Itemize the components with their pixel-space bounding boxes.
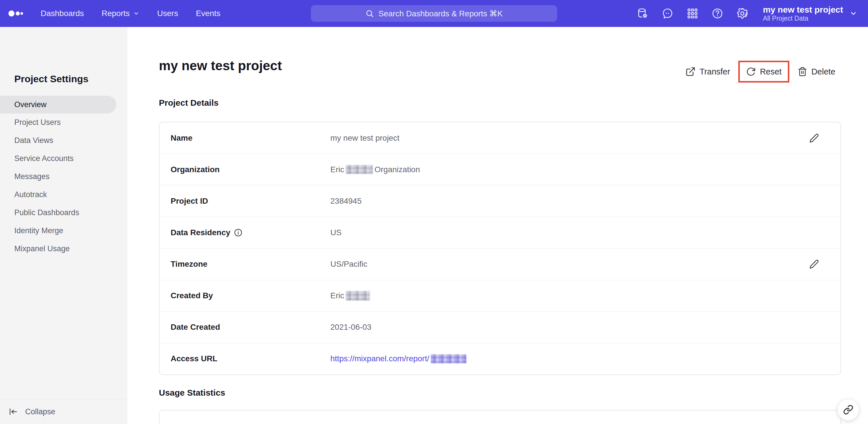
chevron-down-icon	[849, 9, 858, 18]
sidebar-item-project-users[interactable]: Project Users	[0, 113, 127, 132]
nav-item-label: Events	[196, 9, 220, 18]
redacted-text	[431, 355, 466, 363]
row-value: 2021-06-03	[330, 322, 371, 332]
share-link-fab-button[interactable]	[837, 399, 859, 421]
detail-row-timezone: Timezone US/Pacific	[159, 248, 840, 280]
search-icon	[365, 9, 374, 18]
annotation-red-box: Reset	[738, 61, 789, 83]
settings-gear-icon[interactable]	[736, 7, 749, 20]
sidebar-item-label: Data Views	[14, 136, 53, 145]
sidebar-item-service-accounts[interactable]: Service Accounts	[0, 149, 127, 168]
nav-item-users[interactable]: Users	[157, 9, 178, 18]
sidebar-item-identity-merge[interactable]: Identity Merge	[0, 222, 127, 240]
value-prefix: Eric	[330, 291, 344, 300]
nav-item-label: Dashboards	[41, 9, 84, 18]
sidebar-item-overview[interactable]: Overview	[0, 96, 116, 113]
detail-row-data-residency: Data Residency US	[159, 217, 840, 248]
usage-statistics-card	[159, 410, 841, 424]
detail-row-created-by: Created By Eric	[159, 280, 840, 311]
sidebar-item-label: Project Users	[14, 118, 61, 127]
detail-row-project-id: Project ID 2384945	[159, 185, 840, 217]
sidebar-item-label: Identity Merge	[14, 226, 63, 235]
row-label: Project ID	[170, 197, 330, 206]
sidebar-item-autotrack[interactable]: Autotrack	[0, 186, 127, 204]
edit-name-button[interactable]	[808, 132, 820, 144]
apps-grid-icon[interactable]	[686, 7, 699, 20]
nav-item-events[interactable]: Events	[196, 9, 220, 18]
detail-row-organization: Organization Eric Organization	[159, 153, 840, 185]
transfer-external-icon	[685, 66, 696, 77]
reset-button[interactable]: Reset	[746, 67, 781, 77]
project-switcher[interactable]: my new test project All Project Data	[763, 5, 858, 22]
main-content: my new test project Transfer Reset	[127, 27, 868, 424]
sidebar-item-label: Mixpanel Usage	[14, 244, 70, 253]
row-value: US/Pacific	[330, 259, 367, 269]
project-switcher-text: my new test project All Project Data	[763, 5, 843, 22]
sidebar-item-messages[interactable]: Messages	[0, 168, 127, 186]
sidebar-item-label: Autotrack	[14, 190, 47, 199]
trash-icon	[798, 67, 807, 77]
top-navbar: Dashboards Reports Users Events Search D…	[0, 0, 868, 27]
help-icon[interactable]	[711, 7, 724, 20]
usage-statistics-heading: Usage Statistics	[159, 388, 225, 398]
nav-item-dashboards[interactable]: Dashboards	[41, 9, 84, 18]
row-label: Created By	[170, 291, 330, 300]
row-label: Timezone	[170, 259, 330, 269]
settings-sidebar: Project Settings Overview Project Users …	[0, 27, 127, 424]
access-url-link[interactable]: https://mixpanel.com/report/	[330, 354, 429, 363]
nav-item-label: Reports	[102, 9, 130, 18]
info-icon[interactable]	[234, 228, 243, 237]
sidebar-item-data-views[interactable]: Data Views	[0, 132, 127, 149]
project-details-heading: Project Details	[159, 98, 218, 108]
row-label-text: Data Residency	[170, 228, 230, 237]
transfer-button[interactable]: Transfer	[685, 66, 730, 77]
collapse-left-icon	[8, 407, 18, 417]
sidebar-item-label: Overview	[14, 100, 46, 109]
pencil-edit-icon	[809, 133, 819, 143]
transfer-label: Transfer	[700, 67, 730, 77]
row-label: Date Created	[170, 322, 330, 332]
nav-item-reports[interactable]: Reports	[102, 9, 140, 18]
value-suffix: Organization	[374, 165, 420, 174]
row-value: US	[330, 228, 342, 237]
sidebar-item-mixpanel-usage[interactable]: Mixpanel Usage	[0, 240, 127, 258]
share-link-icon	[843, 404, 854, 415]
reset-refresh-icon	[746, 67, 756, 77]
sidebar-nav-list: Overview Project Users Data Views Servic…	[0, 96, 127, 258]
sidebar-item-label: Messages	[14, 172, 50, 181]
reset-label: Reset	[760, 67, 781, 77]
detail-row-name: Name my new test project	[159, 122, 840, 153]
collapse-label: Collapse	[25, 407, 55, 416]
row-label: Name	[170, 134, 330, 143]
project-actions: Transfer Reset Delete	[685, 53, 836, 90]
mixpanel-logo-icon[interactable]	[8, 8, 29, 19]
pencil-edit-icon	[809, 259, 819, 269]
current-project-scope: All Project Data	[763, 15, 843, 22]
row-label: Organization	[170, 165, 330, 174]
row-value: 2384945	[330, 197, 362, 206]
global-search-input[interactable]: Search Dashboards & Reports ⌘K	[311, 5, 557, 22]
delete-label: Delete	[811, 67, 835, 77]
detail-row-access-url: Access URL https://mixpanel.com/report/	[159, 343, 840, 374]
main-nav-menu: Dashboards Reports Users Events	[41, 9, 220, 18]
edit-timezone-button[interactable]	[808, 258, 820, 270]
row-value: Eric	[330, 291, 372, 301]
row-value: Eric Organization	[330, 165, 420, 174]
row-label: Data Residency	[170, 228, 330, 237]
data-connections-icon[interactable]	[637, 7, 649, 20]
nav-item-label: Users	[157, 9, 178, 18]
sidebar-collapse-button[interactable]: Collapse	[0, 399, 127, 424]
project-details-card: Name my new test project Organization Er…	[159, 122, 841, 375]
sidebar-item-label: Service Accounts	[14, 154, 73, 163]
row-label: Access URL	[170, 354, 330, 363]
sidebar-item-public-dashboards[interactable]: Public Dashboards	[0, 204, 127, 222]
redacted-text	[346, 165, 373, 174]
chevron-down-icon	[133, 10, 140, 17]
row-value: https://mixpanel.com/report/	[330, 354, 468, 363]
delete-button[interactable]: Delete	[798, 67, 835, 77]
current-project-name: my new test project	[763, 5, 843, 15]
messages-bubble-icon[interactable]	[661, 7, 674, 20]
page-title: my new test project	[159, 58, 282, 73]
sidebar-item-label: Public Dashboards	[14, 208, 79, 217]
row-value: my new test project	[330, 134, 399, 143]
